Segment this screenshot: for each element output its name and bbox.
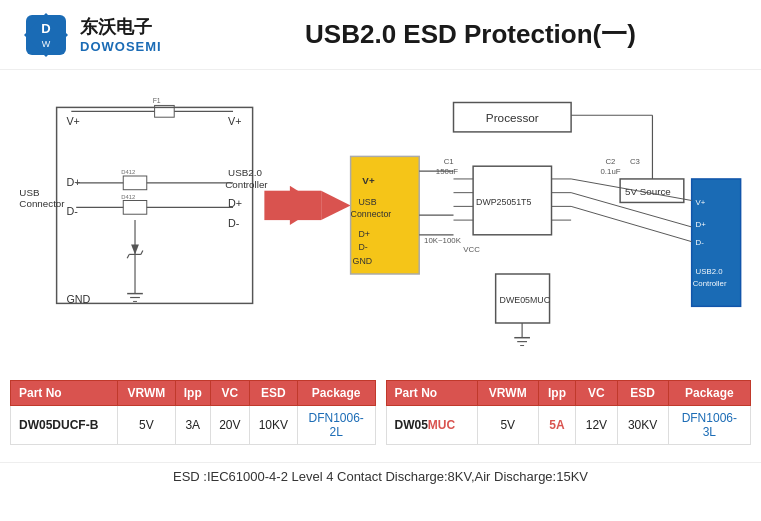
col-vrwm-left: VRWM bbox=[118, 381, 176, 406]
svg-text:5V Source: 5V Source bbox=[625, 186, 671, 197]
cell-part-no-right: DW05MUC bbox=[386, 406, 477, 445]
col-vc-right: VC bbox=[576, 381, 617, 406]
svg-text:V+: V+ bbox=[362, 175, 375, 186]
data-table-left: Part No VRWM Ipp VC ESD Package DW05DUCF… bbox=[10, 380, 376, 445]
svg-text:V+: V+ bbox=[228, 115, 241, 127]
col-part-no-left: Part No bbox=[11, 381, 118, 406]
cell-esd-right: 30KV bbox=[617, 406, 668, 445]
svg-line-27 bbox=[127, 254, 129, 258]
svg-text:Controller: Controller bbox=[693, 279, 727, 288]
svg-text:D-: D- bbox=[228, 217, 240, 229]
logo-area: D W 东沃电子 DOWOSEMI bbox=[20, 9, 200, 61]
svg-text:10K~100K: 10K~100K bbox=[424, 236, 462, 245]
col-ipp-right: Ipp bbox=[538, 381, 575, 406]
logo-en: DOWOSEMI bbox=[80, 39, 162, 54]
data-table-right: Part No VRWM Ipp VC ESD Package DW05MUC … bbox=[386, 380, 752, 445]
svg-text:GND: GND bbox=[66, 293, 90, 305]
col-esd-right: ESD bbox=[617, 381, 668, 406]
circuit-diagram: V+ V+ USB Connector D+ D- GND USB2.0 Con… bbox=[10, 78, 751, 372]
diagram-area: V+ V+ USB Connector D+ D- GND USB2.0 Con… bbox=[0, 70, 761, 380]
svg-marker-39 bbox=[321, 191, 350, 220]
logo-icon: D W bbox=[20, 9, 72, 61]
cell-vrwm-right: 5V bbox=[477, 406, 538, 445]
svg-text:Connector: Connector bbox=[19, 198, 65, 209]
col-package-left: Package bbox=[297, 381, 375, 406]
table-row: DW05DUCF-B 5V 3A 20V 10KV DFN1006-2L bbox=[11, 406, 376, 445]
svg-line-85 bbox=[571, 179, 692, 201]
col-part-no-right: Part No bbox=[386, 381, 477, 406]
svg-text:V+: V+ bbox=[696, 198, 706, 207]
table-left: Part No VRWM Ipp VC ESD Package DW05DUCF… bbox=[10, 380, 376, 460]
svg-text:D412: D412 bbox=[121, 194, 135, 200]
cell-ipp: 3A bbox=[175, 406, 210, 445]
svg-text:Processor: Processor bbox=[486, 111, 539, 124]
logo-text: 东沃电子 DOWOSEMI bbox=[80, 15, 162, 54]
header: D W 东沃电子 DOWOSEMI USB2.0 ESD Protection(… bbox=[0, 0, 761, 70]
svg-text:D+: D+ bbox=[66, 176, 80, 188]
svg-marker-25 bbox=[131, 245, 139, 255]
footer-text: ESD :IEC61000-4-2 Level 4 Contact Discha… bbox=[173, 469, 588, 484]
cell-vrwm: 5V bbox=[118, 406, 176, 445]
cell-vc: 20V bbox=[210, 406, 249, 445]
svg-text:VCC: VCC bbox=[463, 245, 480, 254]
cell-package: DFN1006-2L bbox=[297, 406, 375, 445]
table-right: Part No VRWM Ipp VC ESD Package DW05MUC … bbox=[386, 380, 752, 460]
logo-cn: 东沃电子 bbox=[80, 15, 162, 39]
svg-rect-4 bbox=[57, 107, 253, 303]
svg-text:D: D bbox=[41, 21, 50, 36]
svg-text:USB2.0: USB2.0 bbox=[696, 267, 724, 276]
svg-text:C1: C1 bbox=[444, 157, 454, 166]
svg-text:D412: D412 bbox=[121, 169, 135, 175]
cell-package-right: DFN1006-3L bbox=[668, 406, 750, 445]
col-vrwm-right: VRWM bbox=[477, 381, 538, 406]
svg-text:D+: D+ bbox=[696, 220, 707, 229]
svg-line-28 bbox=[141, 250, 143, 254]
svg-text:GND: GND bbox=[353, 256, 373, 266]
svg-text:V+: V+ bbox=[66, 115, 79, 127]
svg-text:0.1uF: 0.1uF bbox=[601, 167, 621, 176]
col-ipp-left: Ipp bbox=[175, 381, 210, 406]
col-esd-left: ESD bbox=[249, 381, 297, 406]
table-right-header-row: Part No VRWM Ipp VC ESD Package bbox=[386, 381, 751, 406]
svg-text:C2: C2 bbox=[605, 157, 615, 166]
svg-text:DWP25051T5: DWP25051T5 bbox=[476, 197, 531, 207]
page-title: USB2.0 ESD Protection(一) bbox=[200, 17, 741, 52]
svg-line-83 bbox=[571, 193, 692, 227]
cell-part-no: DW05DUCF-B bbox=[11, 406, 118, 445]
svg-text:Connector: Connector bbox=[351, 209, 392, 219]
svg-text:F1: F1 bbox=[153, 97, 161, 104]
table-row: DW05MUC 5V 5A 12V 30KV DFN1006-3L bbox=[386, 406, 751, 445]
cell-esd: 10KV bbox=[249, 406, 297, 445]
svg-text:D+: D+ bbox=[358, 229, 370, 239]
svg-text:USB: USB bbox=[19, 187, 40, 198]
svg-line-84 bbox=[571, 206, 692, 241]
cell-vc-right: 12V bbox=[576, 406, 617, 445]
svg-text:USB: USB bbox=[358, 197, 376, 207]
svg-text:DWE05MUC: DWE05MUC bbox=[500, 295, 551, 305]
col-vc-left: VC bbox=[210, 381, 249, 406]
svg-rect-22 bbox=[123, 201, 147, 215]
tables-area: Part No VRWM Ipp VC ESD Package DW05DUCF… bbox=[0, 380, 761, 460]
svg-rect-20 bbox=[123, 176, 147, 190]
svg-rect-38 bbox=[264, 191, 321, 220]
svg-text:D-: D- bbox=[358, 242, 367, 252]
table-left-header-row: Part No VRWM Ipp VC ESD Package bbox=[11, 381, 376, 406]
svg-text:USB2.0: USB2.0 bbox=[228, 167, 262, 178]
svg-text:W: W bbox=[42, 39, 51, 49]
svg-text:D-: D- bbox=[696, 238, 705, 247]
svg-text:Controller: Controller bbox=[225, 179, 268, 190]
svg-text:C3: C3 bbox=[630, 157, 641, 166]
cell-ipp-right: 5A bbox=[538, 406, 575, 445]
col-package-right: Package bbox=[668, 381, 750, 406]
footer: ESD :IEC61000-4-2 Level 4 Contact Discha… bbox=[0, 462, 761, 490]
